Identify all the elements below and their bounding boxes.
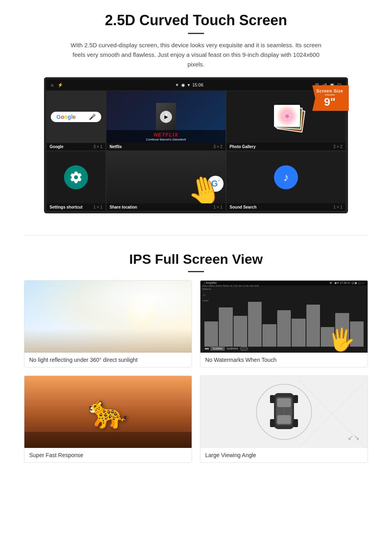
section2-divider <box>188 271 204 272</box>
section-curved-screen: 2.5D Curved Touch Screen With 2.5D curve… <box>0 0 392 223</box>
netflix-subtitle: Continue Marvel's Daredevil <box>109 138 223 141</box>
photo-layer-1: 🌸 <box>274 105 300 127</box>
netflix-logo: NETFLIX <box>109 132 223 138</box>
usb-icon: ⚡ <box>58 82 63 88</box>
settings-label-row: Settings shortcut 1 × 1 <box>46 203 106 211</box>
settings-icon-bg <box>64 165 88 189</box>
sound-label: Sound Search <box>230 205 256 209</box>
eq-hand-icon: 🖐 <box>328 327 356 353</box>
netflix-size: 3 × 2 <box>213 145 222 149</box>
flower-photo: 🌸 <box>275 106 299 126</box>
settings-app-cell[interactable]: Settings shortcut 1 × 1 <box>46 151 106 211</box>
status-bar: ⌂ ⚡ ✶ ◉ ▾ 15:06 ⊡ ◁) ▣ ▢ <box>46 79 346 90</box>
app-grid-top: Google 🎤 Google 3 × 1 <box>46 90 346 151</box>
badge-divider <box>325 94 335 95</box>
google-app-top: Google 🎤 <box>46 91 106 143</box>
badge-label: Screen Size <box>316 88 343 93</box>
bluetooth-icon: ✶ <box>175 82 179 88</box>
car-image: ↙↘ <box>200 376 368 448</box>
wifi-icon: ▾ <box>188 82 190 88</box>
photo-stack: 🌸 <box>270 103 302 131</box>
netflix-app-cell[interactable]: 🕴 ▶ NETFLIX Continue Marvel's Daredevil … <box>106 90 226 151</box>
gallery-size: 2 × 2 <box>333 145 342 149</box>
feature-grid: No light reflecting under 360° direct su… <box>24 280 368 463</box>
cheetah-image: 🐆 <box>24 376 192 448</box>
section1-title: 2.5D Curved Touch Screen <box>24 12 368 29</box>
share-label-row: Share location 1 × 1 <box>106 203 226 211</box>
title-divider <box>188 33 204 34</box>
sound-search-app-cell[interactable]: ♪ Sound Search 1 × 1 <box>226 151 346 211</box>
mic-icon: 🎤 <box>89 114 96 120</box>
settings-size: 1 × 1 <box>93 205 102 209</box>
gear-icon <box>69 171 83 184</box>
netflix-play-button[interactable]: ▶ <box>160 111 172 123</box>
angle-lines <box>200 376 368 448</box>
section1-description: With 2.5D curved-display screen, this de… <box>68 40 324 69</box>
section-ips-screen: IPS Full Screen View No light reflecting… <box>0 247 392 475</box>
google-size: 3 × 1 <box>93 145 102 149</box>
app-grid-bottom: Settings shortcut 1 × 1 G <box>46 151 346 211</box>
sound-size: 1 × 1 <box>333 205 342 209</box>
cheetah-icon: 🐆 <box>88 393 128 431</box>
share-location-app-cell[interactable]: G ✓ 🤚 Share location 1 × 1 <box>106 151 226 211</box>
section2-title: IPS Full Screen View <box>24 251 368 267</box>
feature-equalizer: ⌂ Amplifier ⊞ · ◉ ▾ 17:33 ⊡ ◁) ▣ ▢ — 60h… <box>200 280 368 367</box>
google-label: Google <box>50 145 63 149</box>
feature-car: ↙↘ Large Viewing Angle <box>200 375 368 463</box>
feature-cheetah: 🐆 Super Fast Response <box>24 375 192 463</box>
equalizer-caption: No Watermarks When Touch <box>200 353 368 367</box>
share-size: 1 × 1 <box>213 205 222 209</box>
share-label: Share location <box>110 205 137 209</box>
eq-custom-row: ◀◀ Custom loudness <box>204 346 248 351</box>
netflix-label: Netflix <box>110 145 122 149</box>
sunlight-image <box>24 281 192 353</box>
netflix-app-top: 🕴 ▶ NETFLIX Continue Marvel's Daredevil <box>106 91 226 143</box>
feature-sunlight: No light reflecting under 360° direct su… <box>24 280 192 367</box>
status-center: ✶ ◉ ▾ 15:06 <box>175 82 204 88</box>
netflix-label-row: Netflix 3 × 2 <box>106 143 226 151</box>
status-left-icons: ⌂ ⚡ <box>51 82 63 88</box>
home-icon: ⌂ <box>51 82 54 87</box>
gallery-label: Photo Gallery <box>230 145 256 149</box>
netflix-overlay: NETFLIX Continue Marvel's Daredevil <box>106 130 226 143</box>
google-app-cell[interactable]: Google 🎤 Google 3 × 1 <box>46 90 106 151</box>
badge-size: 9" <box>316 96 343 108</box>
sound-label-row: Sound Search 1 × 1 <box>226 203 346 211</box>
google-label-row: Google 3 × 1 <box>46 143 106 151</box>
settings-label: Settings shortcut <box>50 205 82 209</box>
section-divider <box>24 235 368 235</box>
share-bg: G ✓ 🤚 <box>106 151 226 203</box>
share-app-top: G ✓ 🤚 <box>106 151 226 203</box>
settings-app-top <box>46 151 106 203</box>
google-logo: Google <box>56 114 76 120</box>
music-note-icon: ♪ <box>283 171 289 184</box>
sunlight-caption: No light reflecting under 360° direct su… <box>24 353 192 367</box>
location-icon: ◉ <box>181 82 185 88</box>
car-caption: Large Viewing Angle <box>200 448 368 462</box>
gallery-label-row: Photo Gallery 2 × 2 <box>226 143 346 151</box>
cheetah-caption: Super Fast Response <box>24 448 192 462</box>
sound-icon-bg: ♪ <box>274 165 298 189</box>
device-mockup: ⌂ ⚡ ✶ ◉ ▾ 15:06 ⊡ ◁) ▣ ▢ <box>44 77 348 213</box>
time-display: 15:06 <box>192 82 204 87</box>
equalizer-image: ⌂ Amplifier ⊞ · ◉ ▾ 17:33 ⊡ ◁) ▣ ▢ — 60h… <box>200 281 368 353</box>
screen-size-badge: Screen Size 9" <box>312 85 349 111</box>
google-search-bar[interactable]: Google 🎤 <box>51 112 101 122</box>
sound-app-top: ♪ <box>226 151 346 203</box>
